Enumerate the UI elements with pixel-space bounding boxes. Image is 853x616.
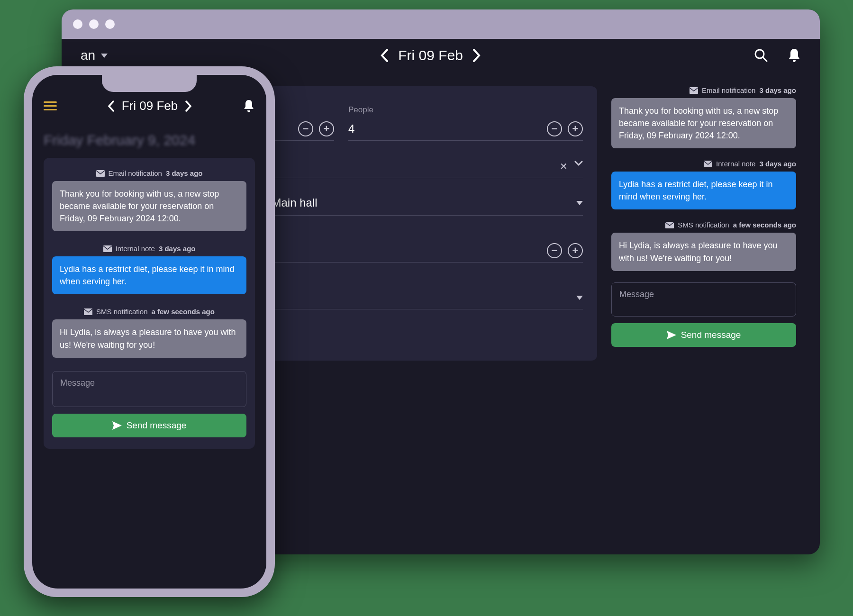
plan-dropdown[interactable]: an xyxy=(81,48,108,63)
plan-label: an xyxy=(81,48,95,63)
send-label: Send message xyxy=(127,420,187,431)
prev-day-button[interactable] xyxy=(108,100,114,112)
send-icon xyxy=(112,421,122,430)
chevron-down-icon xyxy=(101,54,108,58)
message-bubble: Hi Lydia, is always a pleasure to have y… xyxy=(52,319,246,357)
message-bubble: Thank you for booking with us, a new sto… xyxy=(52,181,246,231)
mobile-frame: Fri 09 Feb Friday February 9, 2024 Email… xyxy=(24,66,275,597)
mail-icon xyxy=(665,222,674,228)
message-item: Email notification 3 days ago Thank you … xyxy=(52,169,246,231)
people-minus-button[interactable]: − xyxy=(547,121,562,136)
message-type: Email notification xyxy=(109,169,162,177)
message-item: SMS notification a few seconds ago Hi Ly… xyxy=(52,308,246,357)
next-day-button[interactable] xyxy=(185,100,192,112)
people-value: 4 xyxy=(348,122,354,136)
message-type: Internal note xyxy=(116,245,155,253)
svg-rect-5 xyxy=(96,170,105,177)
message-item: SMS notification a few seconds ago Hi Ly… xyxy=(611,221,796,271)
message-type: SMS notification xyxy=(678,221,729,229)
menu-button[interactable] xyxy=(44,101,57,110)
people-plus-button[interactable]: + xyxy=(568,121,583,136)
chevron-down-icon xyxy=(576,201,583,205)
bell-icon[interactable] xyxy=(788,48,801,63)
message-bubble: Hi Lydia, is always a pleasure to have y… xyxy=(611,233,796,271)
message-time: a few seconds ago xyxy=(152,308,215,316)
current-date: Fri 09 Feb xyxy=(398,47,463,63)
svg-rect-3 xyxy=(704,161,712,167)
blurred-date-title: Friday February 9, 2024 xyxy=(44,132,255,148)
mail-icon xyxy=(690,87,698,94)
message-input[interactable]: Message xyxy=(611,282,796,317)
window-minimize[interactable] xyxy=(89,19,99,29)
message-bubble: Lydia has a restrict diet, please keep i… xyxy=(52,256,246,294)
send-message-button[interactable]: Send message xyxy=(52,414,246,437)
message-item: Internal note 3 days ago Lydia has a res… xyxy=(611,160,796,209)
chevron-down-icon xyxy=(574,161,583,172)
mobile-messages-panel: Email notification 3 days ago Thank you … xyxy=(44,158,255,449)
message-time: 3 days ago xyxy=(166,169,203,177)
mail-icon xyxy=(96,170,105,177)
window-titlebar xyxy=(62,9,820,39)
message-item: Internal note 3 days ago Lydia has a res… xyxy=(52,245,246,294)
bell-icon[interactable] xyxy=(243,99,255,113)
messages-panel: Email notification 3 days ago Thank you … xyxy=(611,86,796,361)
message-time: 3 days ago xyxy=(759,160,796,168)
message-item: Email notification 3 days ago Thank you … xyxy=(611,86,796,148)
message-type: Email notification xyxy=(702,86,755,94)
traffic-lights xyxy=(73,19,115,29)
window-maximize[interactable] xyxy=(105,19,115,29)
mobile-date-navigator: Fri 09 Feb xyxy=(108,99,192,113)
mail-icon xyxy=(103,245,112,252)
duration-plus-button[interactable]: + xyxy=(568,243,583,258)
time-plus-button[interactable]: + xyxy=(319,121,334,136)
phone-notch xyxy=(102,75,197,92)
svg-rect-7 xyxy=(84,308,92,315)
mail-icon xyxy=(704,161,712,167)
search-icon[interactable] xyxy=(753,48,769,63)
message-time: 3 days ago xyxy=(759,86,796,94)
window-close[interactable] xyxy=(73,19,82,29)
svg-rect-4 xyxy=(665,222,674,228)
message-type: SMS notification xyxy=(96,308,147,316)
duration-minus-button[interactable]: − xyxy=(547,243,562,258)
send-icon xyxy=(667,331,676,339)
send-message-button[interactable]: Send message xyxy=(611,323,796,347)
message-type: Internal note xyxy=(716,160,755,168)
clear-icon[interactable]: ✕ xyxy=(560,161,568,172)
message-bubble: Lydia has a restrict diet, please keep i… xyxy=(611,172,796,209)
svg-rect-2 xyxy=(690,87,698,94)
message-time: a few seconds ago xyxy=(733,221,796,229)
send-label: Send message xyxy=(681,330,741,340)
message-input[interactable]: Message xyxy=(52,371,246,407)
next-day-button[interactable] xyxy=(472,48,481,63)
people-field: People 4 − + xyxy=(348,105,583,141)
time-minus-button[interactable]: − xyxy=(298,121,313,136)
svg-rect-6 xyxy=(103,245,112,252)
mail-icon xyxy=(84,308,92,315)
svg-line-1 xyxy=(763,57,767,61)
prev-day-button[interactable] xyxy=(380,48,389,63)
current-date: Fri 09 Feb xyxy=(122,99,178,113)
message-bubble: Thank you for booking with us, a new sto… xyxy=(611,98,796,148)
message-time: 3 days ago xyxy=(159,245,196,253)
date-navigator: Fri 09 Feb xyxy=(380,47,481,63)
chevron-down-icon xyxy=(576,296,583,300)
people-label: People xyxy=(348,105,583,115)
